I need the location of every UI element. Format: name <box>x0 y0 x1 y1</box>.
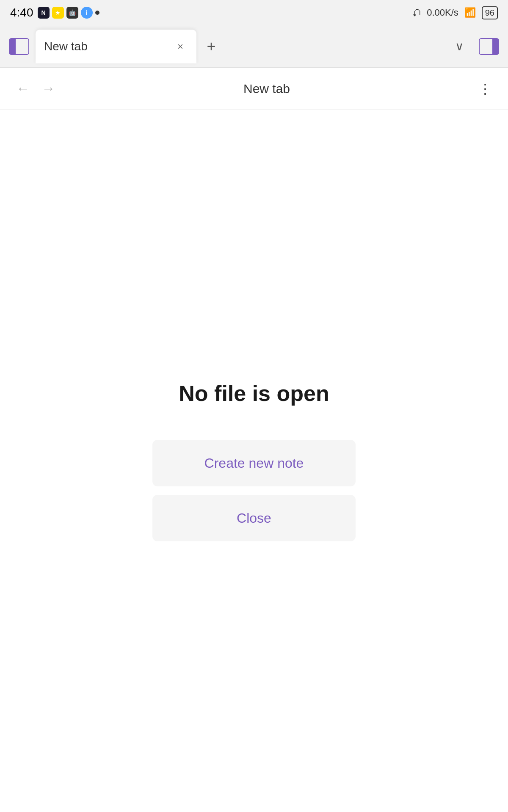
sidebar-toggle-left-button[interactable] <box>4 32 34 61</box>
tab-bar: New tab × + ∨ <box>0 25 508 68</box>
new-tab-button[interactable]: + <box>196 32 226 61</box>
sidebar-toggle-right-button[interactable] <box>474 32 504 61</box>
close-button[interactable]: Close <box>152 495 356 541</box>
battery-level: 96 <box>482 6 498 19</box>
app-icon-blue: i <box>81 7 93 19</box>
more-options-button[interactable]: ⋮ <box>472 76 498 102</box>
status-bar: 4:40 N ★ 🤖 i ⮏ 0.00K/s 📶 96 <box>0 0 508 25</box>
no-file-title: No file is open <box>179 381 329 406</box>
battery-container: 96 <box>482 6 498 19</box>
sidebar-left-icon <box>9 38 29 55</box>
main-content: No file is open Create new note Close <box>0 110 508 812</box>
app-icon-n: N <box>38 7 50 19</box>
bluetooth-icon: ⮏ <box>411 7 421 18</box>
status-bar-left: 4:40 N ★ 🤖 i <box>10 6 99 19</box>
app-icon-star: ★ <box>52 7 64 19</box>
tab-title: New tab <box>44 40 166 53</box>
dot-indicator <box>95 11 99 15</box>
tab-dropdown-button[interactable]: ∨ <box>444 32 474 61</box>
wifi-icon: 📶 <box>464 7 476 18</box>
action-buttons: Create new note Close <box>152 440 356 541</box>
tab-close-button[interactable]: × <box>173 39 188 54</box>
app-icon-robot: 🤖 <box>66 7 78 19</box>
status-icons: N ★ 🤖 i <box>38 7 99 19</box>
page-title: New tab <box>61 82 472 96</box>
create-new-note-button[interactable]: Create new note <box>152 440 356 486</box>
status-time: 4:40 <box>10 6 33 19</box>
back-button[interactable]: ← <box>10 76 36 102</box>
sidebar-right-icon <box>479 38 499 55</box>
nav-bar: ← → New tab ⋮ <box>0 68 508 110</box>
active-tab[interactable]: New tab × <box>36 30 196 63</box>
status-bar-right: ⮏ 0.00K/s 📶 96 <box>411 6 498 19</box>
network-speed: 0.00K/s <box>427 7 458 18</box>
forward-button[interactable]: → <box>36 76 61 102</box>
